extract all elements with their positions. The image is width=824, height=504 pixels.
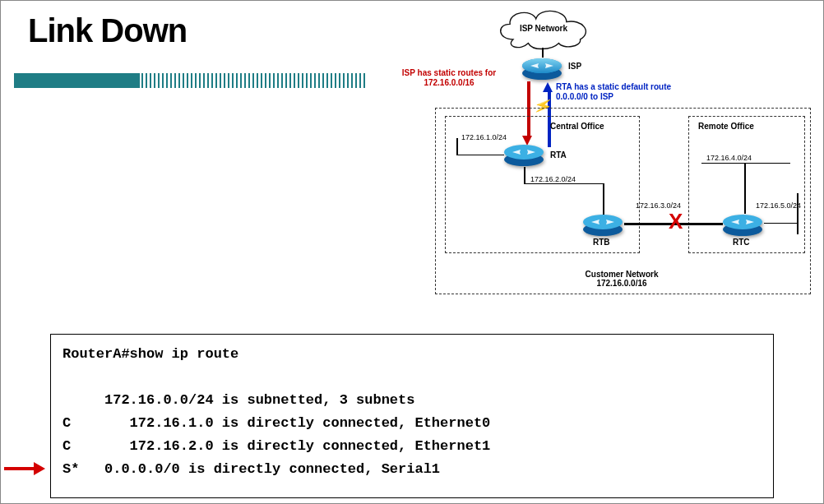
customer-network-title: Customer Network — [586, 270, 659, 279]
subnet-rta-e1: 172.16.2.0/24 — [530, 175, 576, 183]
link-rtb-up — [603, 183, 604, 215]
router-rta-label: RTA — [550, 150, 567, 160]
router-icon — [502, 142, 545, 167]
router-rtb-label: RTB — [593, 238, 610, 247]
lan-rtc-e1-vert — [797, 193, 799, 234]
network-diagram: ISP Network ISP ⚡ ISP has static rou — [396, 2, 811, 298]
subnet-rtc-e1: 172.16.5.0/24 — [756, 201, 801, 210]
lan-rtc-e1-horz — [764, 223, 799, 224]
arrow-rta-to-isp-head — [543, 82, 553, 92]
router-rtc — [721, 212, 764, 237]
note-isp-static: ISP has static routes for 172.16.0.0/16 — [387, 68, 511, 88]
lan-rtc-e0-vert — [744, 163, 746, 214]
cloud-isp-network: ISP Network — [490, 4, 597, 52]
router-icon — [521, 56, 563, 81]
link-rta-rtb-horz — [524, 183, 604, 184]
svg-point-8 — [723, 215, 762, 229]
router-rtc-label: RTC — [733, 238, 750, 247]
cli-route-3: S* 0.0.0.0/0 is directly connected, Seri… — [62, 461, 440, 477]
router-rta — [502, 142, 545, 167]
label-central-office: Central Office — [550, 122, 604, 131]
subnet-rtc-e0: 172.16.4.0/24 — [706, 154, 752, 162]
lan-rta-e0-horz — [456, 155, 504, 155]
router-icon — [721, 212, 764, 237]
note-rta-default: RTA has a static default route 0.0.0.0/0… — [556, 82, 679, 102]
link-rta-down — [524, 167, 525, 183]
router-icon — [581, 212, 624, 237]
subnet-rta-e0: 172.16.1.0/24 — [461, 133, 507, 141]
label-customer-network: Customer Network 172.16.0.0/16 — [568, 270, 675, 288]
lan-rtc-e0-horz — [701, 163, 790, 164]
accent-bar — [14, 73, 366, 88]
router-rtb — [581, 212, 624, 237]
cli-route-1: C 172.16.1.0 is directly connected, Ethe… — [62, 415, 490, 431]
router-isp — [521, 56, 563, 81]
svg-point-4 — [504, 145, 544, 160]
link-down-x-icon: X — [669, 210, 683, 232]
subnet-rtb-rtc: 172.16.3.0/24 — [636, 201, 681, 210]
svg-point-2 — [522, 58, 562, 73]
highlight-arrow-icon — [4, 461, 47, 476]
slide-title: Link Down — [28, 12, 187, 49]
cli-summary: 172.16.0.0/24 is subnetted, 3 subnets — [62, 392, 414, 408]
router-isp-label: ISP — [568, 62, 581, 71]
customer-network-subnet: 172.16.0.0/16 — [596, 279, 646, 288]
svg-point-6 — [583, 215, 623, 229]
lan-rta-e0-vert — [456, 138, 458, 155]
cli-route-2: C 172.16.2.0 is directly connected, Ethe… — [62, 438, 490, 454]
cli-prompt: RouterA#show ip route — [62, 346, 238, 362]
cli-output: RouterA#show ip route 172.16.0.0/24 is s… — [50, 334, 774, 498]
label-remote-office: Remote Office — [698, 122, 754, 131]
cloud-label: ISP Network — [490, 4, 597, 52]
